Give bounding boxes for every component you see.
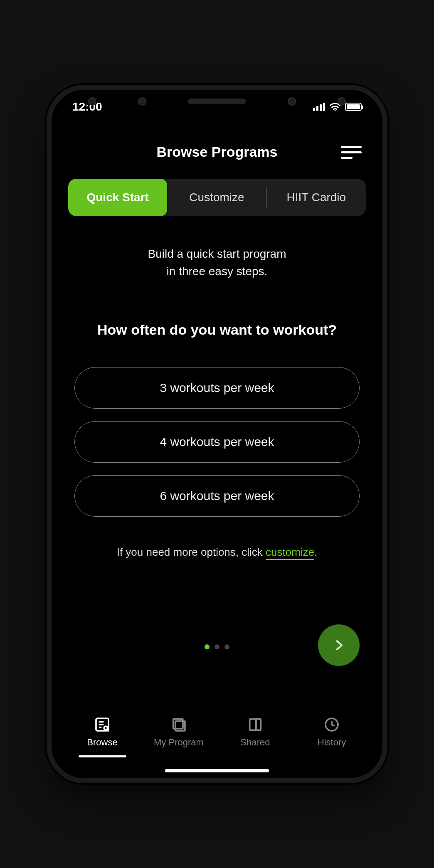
wifi-icon bbox=[329, 102, 341, 111]
tab-my-program[interactable]: My Program bbox=[145, 716, 212, 757]
header: Browse Programs bbox=[52, 131, 382, 168]
segment-customize[interactable]: Customize bbox=[167, 179, 266, 216]
menu-button[interactable] bbox=[341, 146, 362, 159]
workout-options: 3 workouts per week 4 workouts per week … bbox=[52, 367, 382, 517]
battery-icon bbox=[345, 103, 362, 111]
svg-rect-10 bbox=[255, 719, 257, 730]
status-icons bbox=[313, 102, 362, 111]
next-button[interactable] bbox=[318, 624, 360, 666]
tab-bar: Browse My Program Shared History bbox=[52, 716, 382, 757]
svg-point-5 bbox=[104, 726, 107, 730]
tab-browse[interactable]: Browse bbox=[69, 716, 136, 757]
option-6-per-week[interactable]: 6 workouts per week bbox=[74, 475, 360, 517]
menu-icon bbox=[341, 146, 362, 148]
page-title: Browse Programs bbox=[157, 144, 278, 160]
chevron-right-icon bbox=[332, 638, 346, 652]
intro-text: Build a quick start program in three eas… bbox=[52, 245, 382, 280]
option-3-per-week[interactable]: 3 workouts per week bbox=[74, 367, 360, 409]
tab-shared[interactable]: Shared bbox=[222, 716, 289, 757]
customize-link[interactable]: customize bbox=[266, 546, 314, 560]
option-4-per-week[interactable]: 4 workouts per week bbox=[74, 421, 360, 463]
shared-icon bbox=[246, 716, 264, 733]
svg-point-0 bbox=[335, 110, 336, 111]
hint-text: If you need more options, click customiz… bbox=[52, 546, 382, 559]
page-dot-3 bbox=[224, 644, 229, 649]
segment-quick-start[interactable]: Quick Start bbox=[68, 179, 167, 216]
status-bar: 12:00 bbox=[72, 100, 362, 113]
program-icon bbox=[170, 716, 188, 733]
segmented-control: Quick Start Customize HIIT Cardio bbox=[68, 179, 366, 216]
history-icon bbox=[323, 716, 341, 733]
phone-frame: 12:00 Browse Programs Quick Start Custom… bbox=[47, 85, 387, 783]
status-time: 12:00 bbox=[72, 100, 102, 113]
segment-hiit-cardio[interactable]: HIIT Cardio bbox=[267, 179, 366, 216]
page-dot-2 bbox=[215, 644, 219, 649]
screen: Browse Programs Quick Start Customize HI… bbox=[52, 90, 382, 778]
page-dot-1 bbox=[205, 644, 210, 649]
cellular-icon bbox=[313, 103, 325, 111]
tab-label: My Program bbox=[154, 737, 204, 748]
home-indicator bbox=[165, 769, 269, 772]
question-heading: How often do you want to workout? bbox=[52, 322, 382, 338]
tab-label: Shared bbox=[241, 737, 270, 748]
tab-label: History bbox=[318, 737, 346, 748]
tab-history[interactable]: History bbox=[298, 716, 365, 757]
tab-label: Browse bbox=[87, 737, 117, 748]
browse-icon bbox=[93, 716, 111, 733]
